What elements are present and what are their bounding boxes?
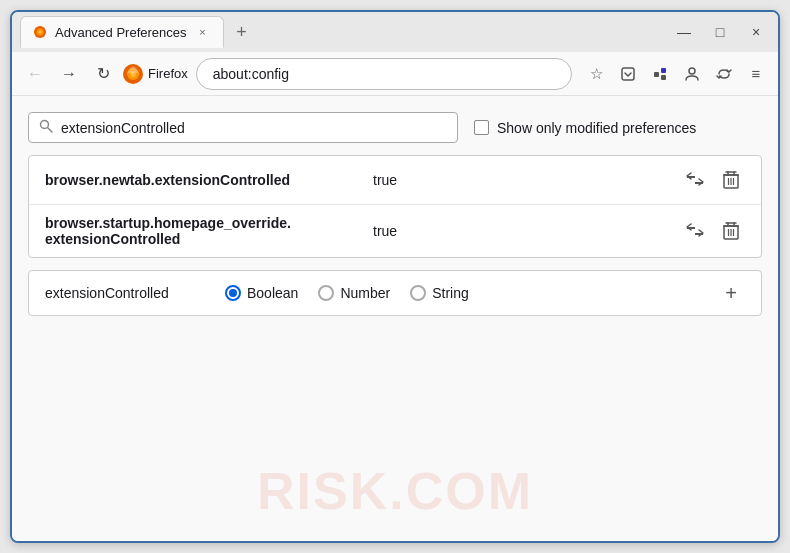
search-input[interactable] — [61, 120, 447, 136]
profile-icon[interactable] — [678, 60, 706, 88]
toggle-svg-2 — [685, 223, 705, 239]
search-bar-row: Show only modified preferences — [28, 112, 762, 143]
watermark: RISK.COM — [257, 461, 533, 521]
firefox-tab-icon — [33, 25, 47, 39]
delete-svg — [723, 171, 739, 189]
table-row[interactable]: browser.startup.homepage_override. exten… — [29, 205, 761, 257]
svg-point-2 — [39, 31, 42, 34]
svg-line-12 — [48, 128, 52, 132]
results-table: browser.newtab.extensionControlled true — [28, 155, 762, 258]
maximize-button[interactable]: □ — [706, 18, 734, 46]
tab-favicon — [33, 25, 47, 39]
row-actions-1 — [681, 166, 745, 194]
add-preference-button[interactable]: + — [717, 279, 745, 307]
radio-boolean-label: Boolean — [247, 285, 298, 301]
back-button[interactable]: ← — [20, 59, 50, 89]
tab-close-button[interactable]: × — [195, 24, 211, 40]
tab-title: Advanced Preferences — [55, 25, 187, 40]
pref-name-2-wrap: browser.startup.homepage_override. exten… — [45, 215, 365, 247]
radio-boolean[interactable]: Boolean — [225, 285, 298, 301]
pocket-icon[interactable] — [614, 60, 642, 88]
forward-button[interactable]: → — [54, 59, 84, 89]
window-controls: — □ × — [670, 18, 770, 46]
reload-button[interactable]: ↻ — [88, 59, 118, 89]
radio-number[interactable]: Number — [318, 285, 390, 301]
browser-window: Advanced Preferences × + — □ × ← → ↻ Fir… — [10, 10, 780, 543]
pref-value-1: true — [373, 172, 673, 188]
svg-rect-9 — [661, 75, 666, 80]
radio-circle-boolean — [225, 285, 241, 301]
svg-point-11 — [41, 121, 49, 129]
extension-icon[interactable] — [646, 60, 674, 88]
svg-point-10 — [689, 68, 695, 74]
show-modified-label: Show only modified preferences — [497, 120, 696, 136]
browser-tab[interactable]: Advanced Preferences × — [20, 16, 224, 48]
pref-name-2-line2: extensionControlled — [45, 231, 365, 247]
table-row[interactable]: browser.newtab.extensionControlled true — [29, 156, 761, 205]
firefox-label: Firefox — [148, 66, 188, 81]
show-modified-wrap: Show only modified preferences — [474, 120, 696, 136]
type-radio-group: Boolean Number String — [225, 285, 469, 301]
show-modified-checkbox[interactable] — [474, 120, 489, 135]
row-actions-2 — [681, 217, 745, 245]
delete-button-2[interactable] — [717, 217, 745, 245]
radio-circle-string — [410, 285, 426, 301]
nav-bar: ← → ↻ Firefox about:config ☆ — [12, 52, 778, 96]
radio-string-label: String — [432, 285, 469, 301]
minimize-button[interactable]: — — [670, 18, 698, 46]
radio-circle-number — [318, 285, 334, 301]
add-pref-row: extensionControlled Boolean Number Strin… — [28, 270, 762, 316]
search-icon — [39, 119, 53, 136]
content-area: RISK.COM Show only modified preferences — [12, 96, 778, 541]
new-tab-button[interactable]: + — [228, 18, 256, 46]
svg-rect-8 — [661, 68, 666, 73]
address-bar[interactable]: about:config — [196, 58, 572, 90]
firefox-logo-icon — [122, 63, 144, 85]
new-pref-name: extensionControlled — [45, 285, 205, 301]
nav-icon-group: ☆ — [582, 60, 770, 88]
menu-icon[interactable]: ≡ — [742, 60, 770, 88]
pocket-svg — [620, 66, 636, 82]
search-svg — [39, 119, 53, 133]
address-text: about:config — [213, 66, 289, 82]
toggle-svg — [685, 172, 705, 188]
delete-button-1[interactable] — [717, 166, 745, 194]
sync-svg — [716, 66, 732, 82]
toggle-button-1[interactable] — [681, 166, 709, 194]
svg-rect-6 — [622, 68, 634, 80]
radio-number-label: Number — [340, 285, 390, 301]
search-input-wrap[interactable] — [28, 112, 458, 143]
bookmark-icon[interactable]: ☆ — [582, 60, 610, 88]
delete-svg-2 — [723, 222, 739, 240]
profile-svg — [684, 66, 700, 82]
window-close-button[interactable]: × — [742, 18, 770, 46]
svg-rect-7 — [654, 72, 659, 77]
toggle-button-2[interactable] — [681, 217, 709, 245]
extension-svg — [652, 66, 668, 82]
title-bar: Advanced Preferences × + — □ × — [12, 12, 778, 52]
sync-icon[interactable] — [710, 60, 738, 88]
pref-name-1: browser.newtab.extensionControlled — [45, 172, 365, 188]
pref-value-2: true — [373, 223, 673, 239]
pref-name-2-line1: browser.startup.homepage_override. — [45, 215, 365, 231]
radio-string[interactable]: String — [410, 285, 469, 301]
